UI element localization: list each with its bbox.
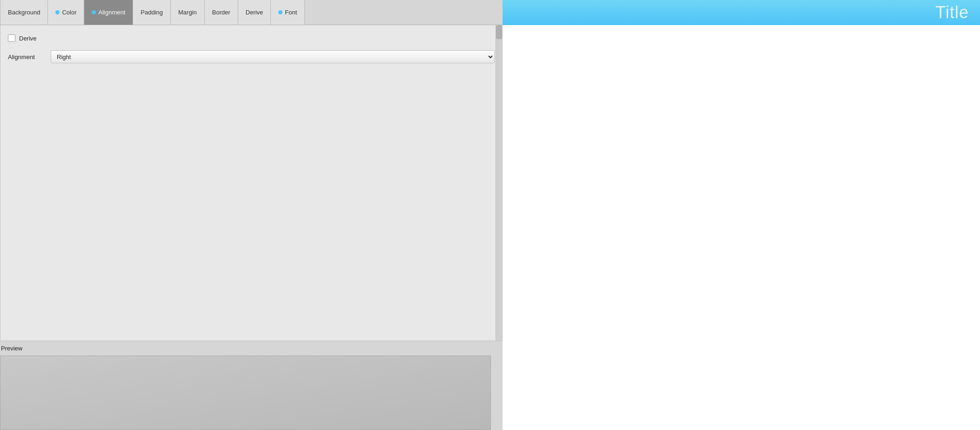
- tab-margin[interactable]: Margin: [170, 0, 205, 25]
- tab-alignment[interactable]: Alignment: [84, 0, 133, 25]
- derive-checkbox[interactable]: [8, 34, 15, 42]
- font-dot-icon: [278, 10, 282, 14]
- tab-font[interactable]: Font: [270, 0, 305, 25]
- tab-margin-label: Margin: [178, 9, 197, 16]
- tab-background[interactable]: Background: [0, 0, 48, 25]
- right-panel: Title: [503, 0, 980, 430]
- preview-box: [0, 356, 491, 430]
- tab-bar: Background Color Alignment Padding Margi…: [0, 0, 503, 25]
- content-scrollbar[interactable]: [496, 25, 502, 341]
- alignment-row: Alignment Right Left Center Justify: [8, 50, 495, 63]
- tab-border-label: Border: [212, 9, 230, 16]
- alignment-select[interactable]: Right Left Center Justify: [51, 50, 495, 63]
- tab-derive-label: Derive: [246, 9, 263, 16]
- tab-padding[interactable]: Padding: [133, 0, 171, 25]
- right-content: [503, 25, 980, 430]
- tab-color-label: Color: [62, 9, 76, 16]
- tab-border[interactable]: Border: [204, 0, 238, 25]
- right-title: Title: [935, 3, 969, 22]
- alignment-content: Derive Alignment Right Left Center Justi…: [0, 25, 503, 341]
- derive-row: Derive: [8, 34, 495, 42]
- tab-font-label: Font: [285, 9, 297, 16]
- tab-background-label: Background: [8, 9, 40, 16]
- alignment-field-label: Alignment: [8, 54, 45, 60]
- tab-alignment-label: Alignment: [98, 9, 125, 16]
- left-panel: Background Color Alignment Padding Margi…: [0, 0, 503, 430]
- color-dot-icon: [55, 10, 60, 14]
- scrollbar-thumb[interactable]: [496, 25, 502, 39]
- tab-padding-label: Padding: [141, 9, 163, 16]
- tab-color[interactable]: Color: [47, 0, 84, 25]
- tab-derive[interactable]: Derive: [238, 0, 271, 25]
- preview-label: Preview: [0, 345, 503, 352]
- alignment-dot-icon: [92, 10, 96, 14]
- derive-label: Derive: [19, 35, 37, 42]
- right-header: Title: [503, 0, 980, 25]
- preview-section: Preview: [0, 341, 503, 430]
